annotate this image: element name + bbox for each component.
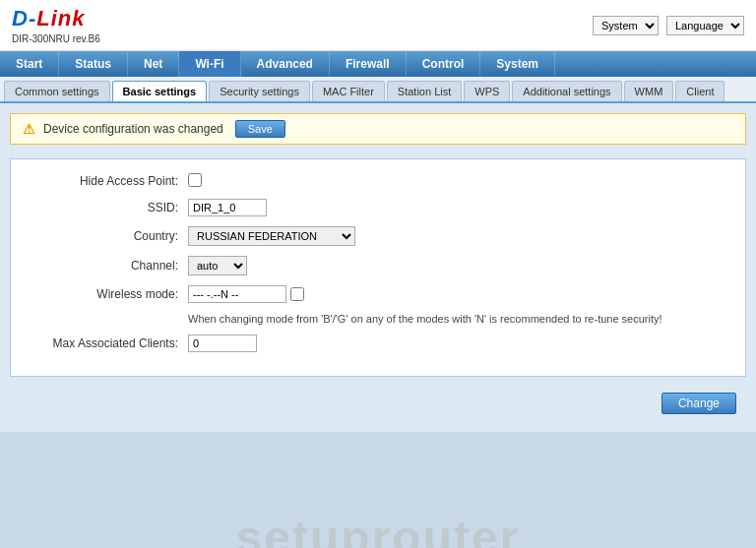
sub-tab-common[interactable]: Common settings (4, 81, 110, 101)
nav-tab-firewall[interactable]: Firewall (330, 51, 407, 77)
wireless-mode-control (188, 285, 304, 303)
hide-ap-label: Hide Access Point: (31, 174, 188, 188)
sub-tab-basic[interactable]: Basic settings (112, 81, 208, 101)
max-clients-row: Max Associated Clients: (31, 335, 725, 352)
nav-tab-control[interactable]: Control (407, 51, 481, 77)
bottom-bar: Change (10, 385, 746, 422)
sub-tab-security[interactable]: Security settings (209, 81, 310, 101)
header-controls: System Language (593, 16, 744, 35)
nav-tab-wifi[interactable]: Wi-Fi (179, 51, 240, 77)
channel-control: auto (188, 256, 247, 275)
sub-tab-wps[interactable]: WPS (464, 81, 510, 101)
max-clients-label: Max Associated Clients: (31, 336, 188, 350)
nav-tab-status[interactable]: Status (59, 51, 128, 77)
channel-label: Channel: (31, 259, 188, 273)
header: D-Link DIR-300NRU rev.B6 System Language (0, 0, 756, 51)
model-name: DIR-300NRU rev.B6 (12, 33, 100, 44)
warning-icon: ⚠ (23, 121, 35, 137)
save-button[interactable]: Save (235, 120, 285, 138)
ssid-control (188, 199, 267, 216)
hide-ap-row: Hide Access Point: (31, 173, 725, 189)
sub-tab-station[interactable]: Station List (387, 81, 462, 101)
country-label: Country: (31, 229, 188, 243)
change-button[interactable]: Change (662, 393, 736, 414)
country-row: Country: RUSSIAN FEDERATION (31, 226, 725, 246)
nav-tab-net[interactable]: Net (128, 51, 179, 77)
channel-select[interactable]: auto (188, 256, 247, 275)
ssid-input[interactable] (188, 199, 267, 216)
sub-tab-wmm[interactable]: WMM (624, 81, 674, 101)
logo-area: D-Link DIR-300NRU rev.B6 (12, 6, 100, 44)
hide-ap-control (188, 173, 202, 189)
sub-tabs: Common settings Basic settings Security … (0, 77, 756, 103)
ssid-label: SSID: (31, 201, 188, 214)
ssid-row: SSID: (31, 199, 725, 216)
nav-tab-system[interactable]: System (480, 51, 555, 77)
wireless-mode-warning: When changing mode from 'B'/'G' on any o… (31, 313, 725, 325)
wireless-mode-input[interactable] (188, 285, 286, 303)
country-control: RUSSIAN FEDERATION (188, 226, 355, 246)
wireless-mode-row: Wireless mode: (31, 285, 725, 303)
sub-tab-mac[interactable]: MAC Filter (312, 81, 385, 101)
sub-tab-client[interactable]: Client (675, 81, 724, 101)
wireless-mode-checkbox[interactable] (290, 287, 304, 301)
max-clients-input[interactable] (188, 335, 257, 352)
max-clients-control (188, 335, 257, 352)
watermark: setuprouter (0, 511, 756, 548)
dlink-logo: D-Link (12, 6, 100, 31)
system-select[interactable]: System (593, 16, 659, 35)
alert-message: Device configuration was changed (43, 122, 223, 136)
channel-row: Channel: auto (31, 256, 725, 275)
nav-bar: Start Status Net Wi-Fi Advanced Firewall… (0, 51, 756, 77)
country-select[interactable]: RUSSIAN FEDERATION (188, 226, 355, 246)
sub-tab-additional[interactable]: Additional settings (512, 81, 621, 101)
wireless-mode-label: Wireless mode: (31, 287, 188, 301)
form-area: Hide Access Point: SSID: Country: RUSSIA… (10, 158, 746, 377)
hide-ap-checkbox[interactable] (188, 173, 202, 187)
alert-banner: ⚠ Device configuration was changed Save (10, 113, 746, 145)
main-content: ⚠ Device configuration was changed Save … (0, 103, 756, 432)
nav-tab-start[interactable]: Start (0, 51, 59, 77)
nav-tab-advanced[interactable]: Advanced (241, 51, 330, 77)
language-select[interactable]: Language (666, 16, 744, 35)
